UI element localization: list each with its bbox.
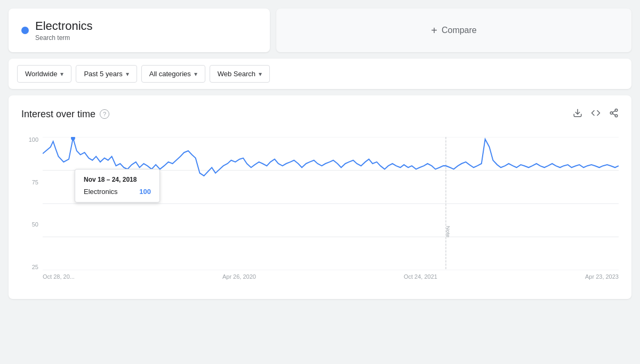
help-icon-label: ?	[103, 111, 106, 117]
location-chevron-icon: ▾	[60, 70, 63, 78]
chart-title-area: Interest over time ?	[21, 109, 109, 120]
svg-text:Note: Note	[445, 226, 451, 238]
x-label-1: Oct 28, 20...	[43, 273, 75, 280]
chart-section: Interest over time ? 100 75 50 25	[9, 95, 631, 299]
search-type-label: Web Search	[218, 70, 255, 78]
term-type: Search term	[35, 34, 93, 42]
category-filter[interactable]: All categories ▾	[141, 65, 205, 83]
tooltip-row: Electronics 100	[84, 188, 151, 196]
time-range-chevron-icon: ▾	[126, 70, 129, 78]
share-button[interactable]	[609, 108, 619, 120]
tooltip-value: 100	[139, 188, 151, 196]
term-info: Electronics Search term	[35, 19, 93, 42]
embed-button[interactable]	[591, 108, 601, 120]
x-label-2: Apr 26, 2020	[222, 273, 256, 280]
filters-section: Worldwide ▾ Past 5 years ▾ All categorie…	[9, 59, 631, 89]
download-button[interactable]	[573, 108, 582, 120]
y-label-50: 50	[32, 222, 38, 228]
search-type-filter[interactable]: Web Search ▾	[210, 65, 270, 83]
chart-tooltip: Nov 18 – 24, 2018 Electronics 100	[75, 169, 160, 203]
y-label-25: 25	[32, 264, 38, 270]
term-name: Electronics	[35, 19, 93, 33]
help-icon[interactable]: ?	[100, 109, 109, 119]
x-label-4: Apr 23, 2023	[585, 273, 619, 280]
chart-title: Interest over time	[21, 109, 95, 120]
chart-area: Note Nov 18 – 24, 2018 Electronics 100	[43, 137, 619, 270]
location-label: Worldwide	[25, 70, 57, 78]
chart-header: Interest over time ?	[21, 108, 619, 120]
chart-svg: Note	[43, 137, 619, 270]
search-type-chevron-icon: ▾	[259, 70, 262, 78]
search-term-card: Electronics Search term	[9, 9, 270, 52]
tooltip-date: Nov 18 – 24, 2018	[84, 176, 151, 183]
category-chevron-icon: ▾	[194, 70, 197, 78]
time-range-label: Past 5 years	[84, 70, 122, 78]
location-filter[interactable]: Worldwide ▾	[17, 65, 71, 83]
y-label-75: 75	[32, 180, 38, 185]
compare-plus-icon: +	[431, 25, 437, 37]
top-section: Electronics Search term + Compare	[9, 9, 631, 52]
x-label-3: Oct 24, 2021	[404, 273, 437, 280]
y-label-100: 100	[29, 137, 38, 143]
category-label: All categories	[149, 70, 191, 78]
y-axis: 100 75 50 25	[21, 137, 43, 270]
compare-card[interactable]: + Compare	[276, 9, 631, 52]
compare-label: Compare	[442, 26, 477, 35]
tooltip-term: Electronics	[84, 188, 118, 196]
x-axis: Oct 28, 20... Apr 26, 2020 Oct 24, 2021 …	[43, 273, 619, 286]
time-range-filter[interactable]: Past 5 years ▾	[76, 65, 137, 83]
svg-line-5	[612, 111, 615, 112]
chart-container: 100 75 50 25 Note	[21, 137, 619, 286]
search-term-dot	[21, 27, 29, 34]
svg-line-4	[612, 114, 615, 115]
chart-actions	[573, 108, 619, 120]
